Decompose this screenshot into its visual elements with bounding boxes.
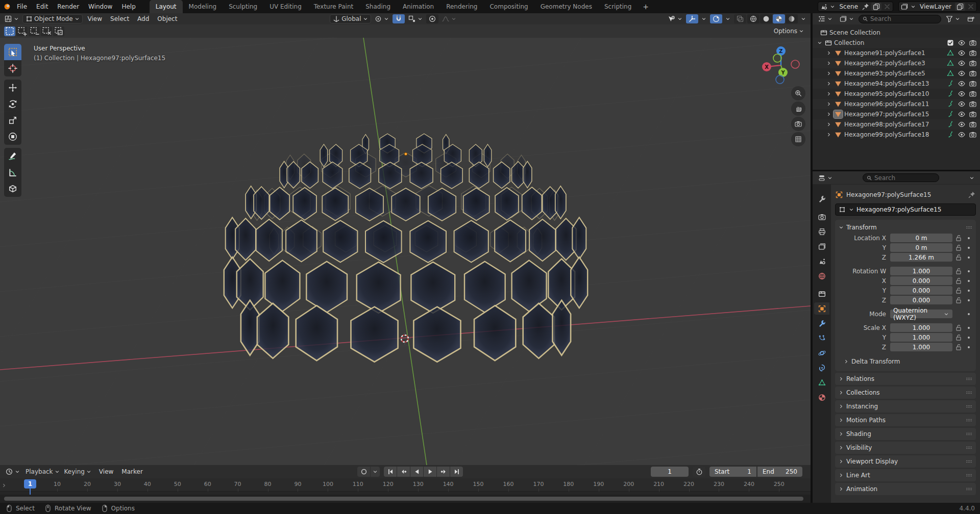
tool-select-box[interactable] [4,44,21,60]
outliner-row-hexagone93[interactable]: Hexagone93:polySurface5 [813,68,980,79]
copy-icon[interactable] [956,3,964,11]
section-visibility[interactable]: Visibility [835,442,976,454]
auto-key-dropdown[interactable] [371,467,380,477]
shading-dropdown[interactable] [798,15,808,22]
expand-icon[interactable] [826,70,832,76]
transform-panel-header[interactable]: Transform [838,222,973,233]
chevron-down-icon[interactable] [829,4,836,10]
expand-icon[interactable] [826,101,832,107]
properties-search-input[interactable]: Search [863,173,939,182]
viewport-3d[interactable]: User Perspective (1) Collection | Hexago… [0,38,811,465]
tool-transform[interactable] [4,128,21,145]
lock-icon[interactable] [954,324,963,332]
section-relations[interactable]: Relations [835,373,976,385]
properties-tab-object[interactable] [814,302,829,315]
grip-icon[interactable] [965,402,973,410]
timeline-ruler[interactable]: 1 10203040506070809010011012013014015016… [0,478,811,492]
close-icon[interactable] [883,3,891,11]
camera-icon[interactable] [969,100,977,108]
menu-edit[interactable]: Edit [32,2,53,12]
viewlayer-name[interactable]: ViewLayer [918,3,953,10]
expand-icon[interactable] [826,121,832,127]
grip-icon[interactable] [965,444,973,452]
snap-target-dropdown[interactable] [406,14,425,23]
eye-icon[interactable] [958,90,966,98]
section-shading[interactable]: Shading [835,428,976,440]
expand-icon[interactable] [817,40,823,46]
selmode-invert-button[interactable] [41,27,52,36]
tool-measure[interactable] [4,164,21,181]
value-field[interactable]: 0.000 [890,276,952,285]
checkbox-icon[interactable] [946,39,954,47]
properties-tab-output[interactable] [814,225,829,238]
lock-icon[interactable] [954,267,963,275]
workspace-tab-layout[interactable]: Layout [150,0,183,13]
selmode-intersect-button[interactable] [53,27,64,36]
viewport-menu-view[interactable]: View [84,14,106,23]
chevron-down-icon[interactable] [910,4,916,10]
lock-icon[interactable] [954,296,963,304]
outliner-row-hexagone91[interactable]: Hexagone91:polySurface1 [813,48,980,58]
editor-type-button[interactable] [2,14,21,23]
gizmos-dropdown[interactable] [699,15,709,22]
tool-rotate[interactable] [4,96,21,112]
zoom-button[interactable] [791,86,805,100]
properties-tab-data[interactable] [814,376,829,389]
new-collection-button[interactable] [965,14,977,23]
workspace-tab-rendering[interactable]: Rendering [440,0,483,13]
mode-dropdown[interactable]: Object Mode [22,14,83,23]
section-animation[interactable]: Animation [835,483,976,495]
camera-icon[interactable] [969,39,977,47]
object-name-value[interactable]: Hexagone97:polySurface15 [856,206,941,213]
outliner-row-scene-collection[interactable]: Scene Collection [813,28,980,38]
next-keyframe-button[interactable] [437,467,450,477]
scene-name[interactable]: Scene [837,3,860,10]
menu-render[interactable]: Render [53,2,84,12]
outliner-display-mode-button[interactable] [837,14,856,23]
grip-icon[interactable] [965,416,973,424]
lock-icon[interactable] [954,343,963,351]
lock-icon[interactable] [954,287,963,295]
workspace-tab-modeling[interactable]: Modeling [183,0,223,13]
timeline-editor-type-button[interactable] [3,467,22,476]
expand-icon[interactable] [826,50,832,56]
outliner-row-hexagone92[interactable]: Hexagone92:polySurface3 [813,58,980,68]
outliner-row-hexagone99[interactable]: Hexagone99:polySurface18 [813,130,980,140]
add-workspace-button[interactable]: + [638,0,654,13]
tool-move[interactable] [4,80,21,96]
tool-scale[interactable] [4,112,21,128]
properties-tab-physics[interactable] [814,347,829,359]
workspace-tab-compositing[interactable]: Compositing [483,0,534,13]
camera-icon[interactable] [969,110,977,118]
camera-icon[interactable] [969,120,977,128]
lock-icon[interactable] [954,253,963,262]
properties-tab-constraints[interactable] [814,362,829,374]
orientation-dropdown[interactable]: Global [330,14,371,23]
workspace-tab-animation[interactable]: Animation [397,0,440,13]
gizmos-toggle[interactable] [686,14,698,23]
expand-icon[interactable] [826,60,832,66]
falloff-dropdown[interactable] [439,14,459,23]
eye-icon[interactable] [958,131,966,139]
camera-icon[interactable] [969,49,977,57]
grip-icon[interactable] [965,471,973,479]
shading-wireframe-button[interactable] [747,14,760,23]
properties-tab-material[interactable] [814,391,829,403]
pin-icon[interactable] [968,191,976,199]
camera-icon[interactable] [969,131,977,139]
animate-dot-icon[interactable] [965,267,973,275]
animate-dot-icon[interactable] [965,324,973,332]
delta-transform-header[interactable]: Delta Transform [838,356,973,367]
expand-icon[interactable] [826,111,832,117]
viewlayer-selector[interactable]: ViewLayer [898,2,977,12]
overlays-toggle[interactable] [710,14,722,23]
snap-toggle[interactable] [393,14,405,23]
menu-window[interactable]: Window [84,2,117,12]
expand-icon[interactable] [826,91,832,97]
grip-icon[interactable] [965,485,973,493]
timeline-menu-playback[interactable]: Playback [23,468,62,476]
animate-dot-icon[interactable] [965,287,973,295]
eye-icon[interactable] [958,120,966,128]
section-viewport-display[interactable]: Viewport Display [835,455,976,468]
options-dropdown[interactable]: Options [774,28,806,35]
